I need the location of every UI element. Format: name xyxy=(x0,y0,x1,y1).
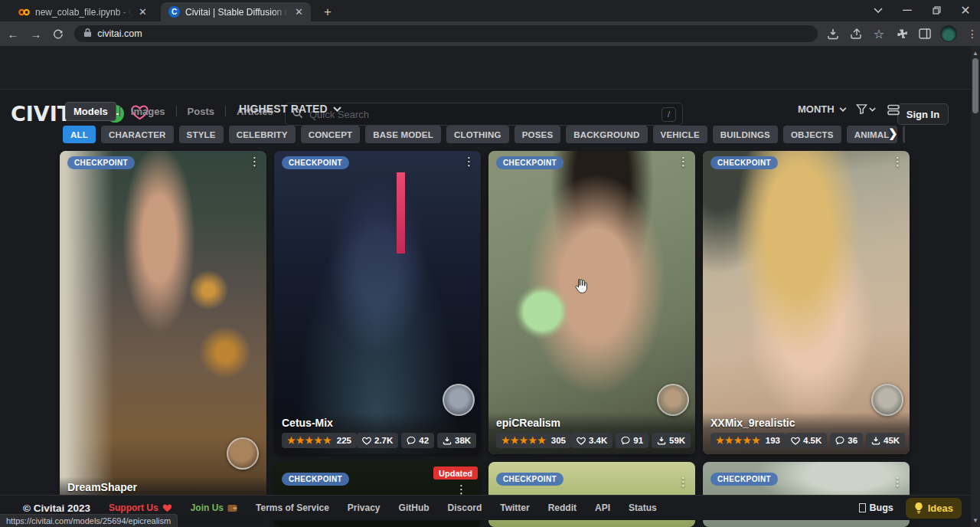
card-menu-kebab-icon[interactable]: ⋮ xyxy=(463,155,475,167)
chip-clothing[interactable]: CLOTHING xyxy=(446,126,509,143)
model-card-epicrealism[interactable]: CHECKPOINT ⋮ epiCRealism ★★★★★ 305 3.4K … xyxy=(488,151,695,454)
scrollbar-thumb[interactable] xyxy=(972,58,978,113)
download-icon[interactable] xyxy=(825,26,841,41)
model-card-grid: CHECKPOINT ⋮ DreamShaper CHECKPOINT ⋮ Ce… xyxy=(60,151,910,527)
scroll-up-arrow-icon[interactable]: ▲ xyxy=(971,47,980,58)
likes-pill[interactable]: 4.5K xyxy=(786,433,827,448)
quick-search-box[interactable]: / xyxy=(285,103,683,126)
card-menu-kebab-icon[interactable]: ⋮ xyxy=(892,155,903,167)
card-menu-kebab-icon[interactable]: ⋮ xyxy=(892,476,903,487)
rating-pill[interactable]: ★★★★★ 225 xyxy=(282,433,357,448)
footer-link-discord[interactable]: Discord xyxy=(448,502,482,513)
comments-pill[interactable]: 36 xyxy=(830,433,863,448)
chip-celebrity[interactable]: CELEBRITY xyxy=(229,126,296,143)
tab-images[interactable]: Images xyxy=(123,103,173,120)
window-restore-button[interactable] xyxy=(922,0,951,20)
downloads-pill[interactable]: 45K xyxy=(866,433,905,448)
search-input[interactable] xyxy=(309,109,655,120)
support-us-link[interactable]: Support Us xyxy=(109,502,172,513)
reload-button[interactable] xyxy=(49,24,69,44)
card-menu-kebab-icon[interactable]: ⋮ xyxy=(678,155,689,167)
window-close-button[interactable]: ✕ xyxy=(951,0,980,20)
footer-link-github[interactable]: GitHub xyxy=(399,502,430,513)
filter-button[interactable] xyxy=(856,103,876,115)
chip-background[interactable]: BACKGROUND xyxy=(566,126,647,143)
likes-pill[interactable]: 3.4K xyxy=(571,433,612,448)
chip-scroll-right-icon[interactable]: ❯ xyxy=(888,126,898,140)
layout-toggle-button[interactable] xyxy=(887,104,900,119)
page-scrollbar[interactable]: ▲ ▼ xyxy=(971,46,980,527)
footer-link-reddit[interactable]: Reddit xyxy=(548,502,577,513)
comments-count: 91 xyxy=(633,436,643,445)
card-menu-kebab-icon[interactable]: ⋮ xyxy=(678,476,689,487)
card-menu-kebab-icon[interactable]: ⋮ xyxy=(249,155,260,167)
sort-dropdown[interactable]: HIGHEST RATED xyxy=(239,103,341,115)
bookmark-star-icon[interactable]: ☆ xyxy=(871,26,887,41)
chip-concept[interactable]: CONCEPT xyxy=(301,126,361,143)
creator-avatar[interactable] xyxy=(657,384,689,416)
bugs-button[interactable]: Bugs xyxy=(859,502,893,513)
footer-link-privacy[interactable]: Privacy xyxy=(348,502,381,513)
extensions-puzzle-icon[interactable] xyxy=(894,26,910,41)
ideas-button[interactable]: Ideas xyxy=(906,498,962,519)
model-card-cetus-mix[interactable]: CHECKPOINT ⋮ Cetus-Mix ★★★★★ 225 2.7K 42 xyxy=(274,151,481,454)
chip-tool[interactable]: TOOL xyxy=(903,126,905,143)
rating-count: 305 xyxy=(551,436,566,445)
period-dropdown[interactable]: MONTH xyxy=(798,103,847,115)
comment-icon xyxy=(407,436,416,445)
comments-pill[interactable]: 91 xyxy=(616,433,648,448)
model-title[interactable]: DreamShaper xyxy=(67,481,259,493)
model-title[interactable]: XXMix_9realistic xyxy=(710,417,902,429)
footer-link-status[interactable]: Status xyxy=(629,502,657,513)
chip-style[interactable]: STYLE xyxy=(179,126,224,143)
model-title[interactable]: Cetus-Mix xyxy=(282,417,473,429)
layout-rows-icon xyxy=(887,104,900,116)
footer-link-terms[interactable]: Terms of Service xyxy=(256,502,329,513)
share-icon[interactable] xyxy=(848,26,864,41)
window-minimize-button[interactable]: ─ xyxy=(893,0,922,20)
chip-poses[interactable]: POSES xyxy=(514,126,561,143)
browser-profile-avatar[interactable] xyxy=(940,25,957,42)
heart-icon xyxy=(791,437,800,445)
creator-avatar[interactable] xyxy=(871,384,903,416)
rating-pill[interactable]: ★★★★★ 193 xyxy=(710,433,786,448)
chip-all[interactable]: ALL xyxy=(63,126,96,143)
card-menu-kebab-icon[interactable]: ⋮ xyxy=(456,483,467,495)
address-bar[interactable]: civitai.com xyxy=(74,25,818,42)
join-us-link[interactable]: Join Us xyxy=(191,502,237,513)
copyright-text: © Civitai 2023 xyxy=(23,502,90,514)
downloads-pill[interactable]: 38K xyxy=(437,433,476,448)
sign-in-button[interactable]: Sign In xyxy=(897,103,949,125)
side-panel-icon[interactable] xyxy=(917,26,933,41)
creator-avatar[interactable] xyxy=(443,384,475,416)
chip-base-model[interactable]: BASE MODEL xyxy=(365,126,441,143)
scroll-down-arrow-icon[interactable]: ▼ xyxy=(971,515,980,525)
window-menu-chevron-icon[interactable] xyxy=(864,0,893,20)
browser-tab-colab[interactable]: new_colab_file.ipynb - Colaborat ✕ xyxy=(11,2,155,21)
model-type-badge: CHECKPOINT xyxy=(282,156,349,169)
tab-models[interactable]: Models xyxy=(65,102,116,121)
tab-close-icon[interactable]: ✕ xyxy=(137,6,149,18)
forward-button[interactable]: → xyxy=(26,24,46,44)
chip-character[interactable]: CHARACTER xyxy=(101,126,174,143)
comments-pill[interactable]: 42 xyxy=(401,433,434,448)
model-card-dreamshaper[interactable]: CHECKPOINT ⋮ DreamShaper xyxy=(60,151,266,517)
chip-vehicle[interactable]: VEHICLE xyxy=(653,126,707,143)
likes-pill[interactable]: 2.7K xyxy=(357,433,398,448)
browser-menu-kebab-icon[interactable]: ⋮ xyxy=(965,26,980,41)
model-title[interactable]: epiCRealism xyxy=(496,417,688,429)
lock-icon xyxy=(83,27,92,41)
footer-link-api[interactable]: API xyxy=(595,502,610,513)
tab-posts[interactable]: Posts xyxy=(180,103,222,120)
browser-tab-civitai[interactable]: C Civitai | Stable Diffusion models, ✕ xyxy=(161,2,311,21)
back-button[interactable]: ← xyxy=(3,24,23,44)
model-card-xxmix-9realistic[interactable]: CHECKPOINT ⋮ XXMix_9realistic ★★★★★ 193 … xyxy=(703,151,910,454)
rating-pill[interactable]: ★★★★★ 305 xyxy=(496,433,571,448)
footer-link-twitter[interactable]: Twitter xyxy=(500,502,529,513)
chip-buildings[interactable]: BUILDINGS xyxy=(713,126,778,143)
downloads-pill[interactable]: 59K xyxy=(652,433,691,448)
tab-close-icon[interactable]: ✕ xyxy=(293,6,305,18)
chip-objects[interactable]: OBJECTS xyxy=(783,126,841,143)
new-tab-button[interactable]: + xyxy=(318,3,337,21)
creator-avatar[interactable] xyxy=(227,437,259,470)
